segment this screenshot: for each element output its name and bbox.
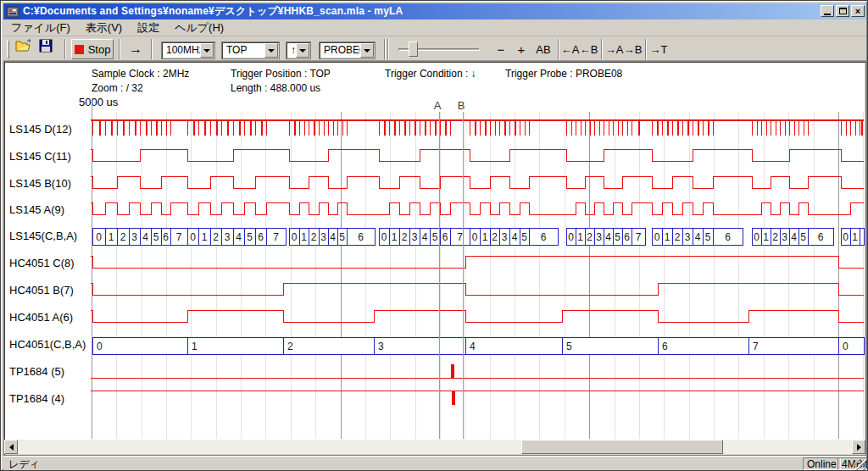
menu-view[interactable]: 表示(V) — [78, 19, 130, 37]
save-button[interactable] — [39, 39, 61, 59]
toolbar-separator — [64, 39, 66, 59]
waveform-panel — [3, 61, 866, 456]
menu-bar: ファイル(F) 表示(V) 設定 ヘルプ(H) — [3, 19, 866, 36]
zoom-slider-thumb[interactable] — [409, 42, 418, 57]
open-file-button[interactable] — [15, 39, 37, 59]
zoom-info: Zoom : / 32 — [92, 82, 143, 94]
signal-label: TP1684 (4) — [9, 392, 64, 405]
menu-help[interactable]: ヘルプ(H) — [167, 19, 231, 37]
toolbar-separator — [558, 39, 559, 59]
minimize-button[interactable] — [821, 5, 834, 17]
status-bar: レディ Online 4MBit — [3, 456, 866, 470]
signal-label: LS145(C,B,A) — [9, 230, 77, 242]
signal-label: LS145 B(10) — [9, 177, 71, 190]
toolbar-separator — [387, 39, 389, 59]
goto-trigger-button[interactable]: →T — [649, 40, 668, 58]
trigger-edge-select[interactable]: ↑ — [286, 42, 311, 59]
stop-icon — [75, 45, 84, 54]
trigger-probe-select[interactable]: PROBE00 — [319, 42, 376, 59]
goto-cursor-b-left-button[interactable]: ←B — [580, 40, 598, 58]
app-icon — [6, 5, 19, 19]
run-arrow-icon: → — [129, 42, 142, 57]
trigger-position-info: Trigger Position : TOP — [231, 68, 331, 80]
goto-cursor-a-right-button[interactable]: →A — [605, 40, 623, 58]
maximize-icon — [839, 8, 847, 14]
chevron-down-icon — [268, 49, 275, 53]
signal-label: TP1684 (5) — [9, 365, 64, 378]
trigger-condition-info: Trigger Condition : ↓ — [385, 68, 476, 80]
toolbar-separator — [645, 39, 647, 59]
menu-file[interactable]: ファイル(F) — [3, 19, 78, 37]
stop-label: Stop — [88, 43, 111, 56]
cursor-ab-button[interactable]: AB — [532, 40, 554, 58]
minimize-icon — [824, 14, 831, 15]
dropdown-button[interactable] — [360, 43, 374, 58]
chevron-down-icon — [299, 49, 306, 53]
signal-label: HC4051 A(6) — [9, 311, 73, 324]
zoom-in-button[interactable]: + — [514, 40, 529, 58]
run-button[interactable]: → — [124, 39, 147, 59]
horizontal-scrollbar[interactable] — [4, 440, 865, 454]
close-icon: × — [855, 7, 860, 16]
trigger-position-value: TOP — [226, 44, 247, 56]
toolbar-separator — [151, 39, 153, 59]
dropdown-button[interactable] — [296, 43, 309, 58]
trigger-position-select[interactable]: TOP — [221, 42, 280, 59]
menu-settings[interactable]: 設定 — [130, 19, 167, 37]
toolbar-separator — [384, 39, 386, 59]
signal-label: LS145 D(12) — [9, 123, 72, 136]
dropdown-button[interactable] — [200, 43, 214, 58]
toolbar-separator — [601, 39, 603, 59]
sample-clock-value: 100MHz — [166, 44, 204, 56]
goto-cursor-a-left-button[interactable]: ←A — [561, 40, 579, 58]
title-bar: C:¥Documents and Settings¥noname¥デスクトップ¥… — [3, 3, 866, 19]
signal-label: LS145 C(11) — [9, 150, 71, 163]
goto-cursor-b-right-button[interactable]: →B — [624, 40, 642, 58]
signal-label: HC4051(C,B,A) — [9, 338, 86, 351]
stop-button[interactable]: Stop — [71, 39, 114, 59]
toolbar-separator — [119, 39, 120, 59]
zoom-slider[interactable] — [395, 40, 483, 58]
save-floppy-icon — [39, 39, 53, 53]
scroll-right-button[interactable] — [852, 440, 865, 454]
arrow-right-icon — [857, 444, 861, 451]
chevron-down-icon — [203, 49, 210, 53]
maximize-button[interactable] — [836, 5, 849, 17]
trigger-probe-info: Trigger Probe : PROBE08 — [505, 68, 622, 80]
open-folder-icon — [15, 39, 32, 53]
window-title: C:¥Documents and Settings¥noname¥デスクトップ¥… — [23, 4, 403, 19]
arrow-left-icon — [9, 444, 14, 451]
signal-label: HC4051 B(7) — [9, 284, 74, 296]
toolbar-grip[interactable] — [7, 40, 9, 58]
signal-label: HC4051 C(8) — [9, 257, 75, 269]
scrollbar-thumb[interactable] — [521, 440, 723, 454]
resize-grip[interactable] — [854, 459, 865, 470]
length-info: Length : 488.000 us — [231, 82, 320, 94]
chevron-down-icon — [364, 49, 370, 53]
sample-clock-info: Sample Clock : 2MHz — [92, 68, 189, 80]
status-ready-text: レディ — [8, 457, 40, 471]
toolbar: Stop → 100MHz TOP ↑ PROBE00 — [3, 37, 866, 61]
dropdown-button[interactable] — [264, 43, 278, 58]
sample-clock-select[interactable]: 100MHz — [161, 42, 215, 59]
scroll-left-button[interactable] — [4, 440, 18, 454]
close-button[interactable]: × — [851, 5, 865, 17]
zoom-out-button[interactable]: − — [493, 40, 509, 58]
status-online-badge: Online — [803, 457, 841, 470]
app-window: C:¥Documents and Settings¥noname¥デスクトップ¥… — [0, 0, 868, 471]
time-scale-label: 5000 us — [79, 96, 118, 108]
signal-label: LS145 A(9) — [9, 203, 64, 216]
